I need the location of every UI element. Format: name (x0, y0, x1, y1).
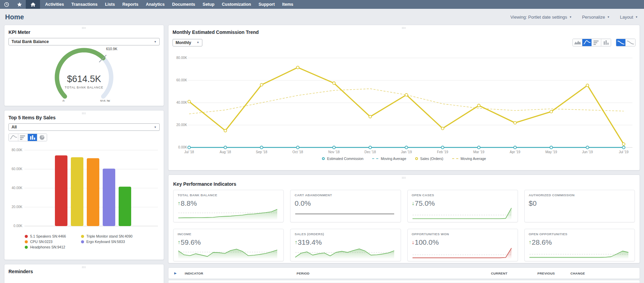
svg-text:Oct '18: Oct '18 (293, 150, 303, 154)
legend-item-5-1-speakers-sn-4466[interactable]: 5.1 Speakers SN:4466 (25, 234, 66, 238)
recent-records-icon[interactable] (0, 0, 13, 9)
color-dot-swatch (25, 246, 28, 249)
area-chart-button[interactable] (573, 39, 582, 46)
layout-dropdown[interactable]: Layout ▼ (620, 15, 638, 20)
kpi-table: ▶ INDICATOR PERIOD CURRENT PREVIOUS CHAN… (168, 267, 640, 283)
bar-cpu-sn-0223[interactable] (87, 158, 99, 226)
col-current: CURRENT (457, 271, 507, 275)
nav-item-activities[interactable]: Activities (41, 0, 68, 9)
shortcuts-icon[interactable] (13, 0, 26, 9)
svg-text:Jul '19: Jul '19 (619, 150, 629, 154)
kpi-card-opportunities-won[interactable]: OPPORTUNITIES WON↓100.0% (407, 229, 518, 261)
nav-item-items[interactable]: Items (279, 0, 297, 9)
trend-period-select[interactable]: Monthly ▼ (173, 39, 202, 46)
chevron-down-icon: ▼ (607, 16, 610, 19)
drag-handle-icon[interactable] (82, 113, 83, 113)
legend-label: Triple Monitor stand SN:4090 (86, 234, 133, 238)
drag-handle-icon[interactable] (82, 266, 83, 267)
drag-handle-icon[interactable] (402, 177, 403, 178)
home-icon[interactable] (26, 0, 40, 9)
viewing-dropdown[interactable]: Viewing: Portlet date settings ▼ (510, 15, 572, 20)
svg-text:0.00K: 0.00K (178, 145, 187, 149)
kpi-card-open-cases[interactable]: OPEN CASES↓75.0% (407, 190, 518, 222)
nav-item-setup[interactable]: Setup (199, 0, 218, 9)
kpi-card-label: SALES (ORDERS) (295, 232, 396, 236)
expand-row-icon[interactable]: ▶ (168, 271, 185, 275)
svg-text:20.00K: 20.00K (12, 205, 22, 209)
kpi-card-sales-orders[interactable]: SALES (ORDERS)↑319.4% (290, 229, 401, 261)
legend-item-sales-orders[interactable]: Sales (Orders) (415, 157, 443, 161)
svg-text:60.00K: 60.00K (12, 167, 22, 171)
kpi-meter-select[interactable]: Total Bank Balance ▼ (8, 38, 160, 45)
commission-trend-portlet: Monthly Estimated Commission Trend Month… (168, 25, 640, 170)
kpi-meter-portlet: KPI Meter Total Bank Balance ▼ 610.9K091… (4, 25, 164, 106)
chevron-down-icon: ▼ (569, 16, 572, 19)
legend-item-ergo-keyboard-sn-5833[interactable]: Ergo Keyboard SN:5833 (81, 240, 133, 244)
kpi-card-cart-abandonment[interactable]: CART ABANDONMENT0.0% (290, 190, 401, 222)
reminders-title: Reminders (4, 264, 164, 277)
line-chart-button[interactable] (582, 39, 592, 46)
kpi-card-income[interactable]: INCOME↑59.6% (173, 229, 284, 261)
color-dot-swatch (25, 235, 28, 238)
svg-text:Mar '19: Mar '19 (473, 150, 484, 154)
kpi-card-label: CART ABANDONMENT (295, 193, 396, 197)
nav-item-transactions[interactable]: Transactions (68, 0, 101, 9)
svg-text:Jul '18: Jul '18 (184, 150, 194, 154)
drag-handle-icon[interactable] (402, 27, 403, 28)
bar-ergo-keyboard-sn-5833[interactable] (103, 169, 115, 226)
chevron-down-icon: ▼ (154, 126, 157, 129)
legend-label: Estimated Commission (327, 157, 363, 161)
top5-filter-select[interactable]: All ▼ (8, 123, 160, 131)
nav-item-documents[interactable]: Documents (168, 0, 199, 9)
svg-text:Dec '18: Dec '18 (364, 150, 376, 154)
kpi-card-value: 59.6% (181, 238, 201, 246)
legend-item-cpu-sn-0223[interactable]: CPU SN:0223 (25, 240, 66, 244)
svg-text:Sep '18: Sep '18 (256, 150, 267, 154)
trend-legend: Estimated CommissionMoving AverageSales … (168, 156, 640, 161)
svg-text:40.00K: 40.00K (176, 101, 187, 104)
bar-5-1-speakers-sn-4466[interactable] (55, 155, 67, 226)
arrow-down-icon: ↓ (412, 200, 415, 206)
svg-text:Nov '18: Nov '18 (328, 150, 340, 154)
legend-item-estimated-commission[interactable]: Estimated Commission (322, 157, 363, 161)
top5-title: Top 5 Items By Sales (4, 110, 164, 123)
kpi-card-label: TOTAL BANK BALANCE (178, 193, 279, 197)
bar-triple-monitor-stand-sn-4090[interactable] (71, 157, 83, 226)
drag-handle-icon[interactable] (82, 27, 83, 28)
line-chart-button[interactable] (9, 134, 18, 141)
top5-legend: 5.1 Speakers SN:4466CPU SN:0223Headphone… (4, 231, 164, 249)
legend-label: Headphones SN:9412 (30, 245, 65, 249)
hbar-chart-button[interactable] (18, 134, 28, 141)
nav-item-lists[interactable]: Lists (101, 0, 119, 9)
legend-item-moving-average[interactable]: Moving Average (372, 157, 406, 161)
kpi-meter-select-value: Total Bank Balance (12, 39, 49, 44)
pie-chart-button[interactable] (37, 134, 47, 141)
legend-item-triple-monitor-stand-sn-4090[interactable]: Triple Monitor stand SN:4090 (81, 234, 133, 238)
vbar-chart-button[interactable] (28, 134, 37, 141)
nav-item-support[interactable]: Support (255, 0, 279, 9)
kpi-card-value: 75.0% (415, 199, 435, 207)
nav-item-customization[interactable]: Customization (218, 0, 255, 9)
svg-text:20.00K: 20.00K (176, 123, 187, 127)
page-header: Home Viewing: Portlet date settings ▼ Pe… (0, 9, 644, 25)
arrow-up-icon: ↑ (178, 239, 180, 245)
top5-items-portlet: Top 5 Items By Sales All ▼ 0.00K20.00K40… (4, 110, 164, 260)
svg-text:Apr '19: Apr '19 (510, 150, 521, 154)
legend-item-headphones-sn-9412[interactable]: Headphones SN:9412 (25, 245, 66, 249)
arrow-up-icon: ↑ (295, 239, 297, 245)
nav-item-reports[interactable]: Reports (119, 0, 142, 9)
vbar-chart-button[interactable] (601, 39, 611, 46)
col-change: CHANGE (555, 271, 619, 275)
smooth-line-button[interactable] (616, 39, 626, 46)
legend-item-moving-average[interactable]: Moving Average (452, 157, 486, 161)
kpi-card-open-opportunities[interactable]: OPEN OPPORTUNITIES↑28.6% (524, 229, 635, 261)
personalize-dropdown[interactable]: Personalize ▼ (582, 15, 610, 20)
svg-text:TOTAL BANK BALANCE: TOTAL BANK BALANCE (65, 86, 103, 89)
smooth-line-button[interactable] (626, 39, 635, 46)
hbar-chart-button[interactable] (592, 39, 601, 46)
chevron-down-icon: ▼ (635, 16, 638, 19)
kpi-card-total-bank-balance[interactable]: TOTAL BANK BALANCE↑8.8% (173, 190, 284, 222)
bar-headphones-sn-9412[interactable] (119, 187, 131, 226)
kpi-card-authorized-commission[interactable]: AUTHORIZED COMMISSION$0 (524, 190, 635, 222)
nav-item-analytics[interactable]: Analytics (142, 0, 168, 9)
